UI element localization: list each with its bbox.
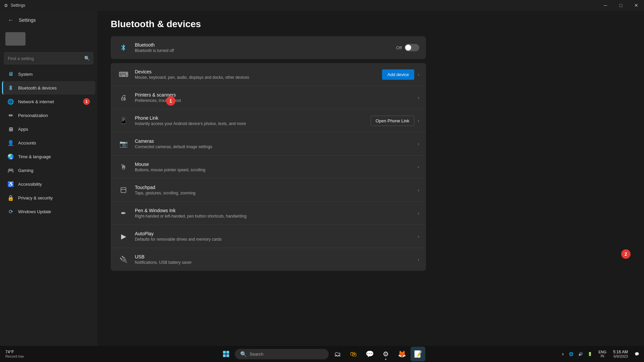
usb-setting-title: USB bbox=[135, 254, 418, 259]
cameras-setting-title: Cameras bbox=[135, 138, 418, 144]
touchpad-setting-subtitle: Taps, gestures, scrolling, zooming bbox=[135, 191, 418, 195]
devices-setting-icon: ⌨ bbox=[117, 68, 129, 80]
printers-setting-icon: 🖨 bbox=[117, 92, 129, 104]
open-phone-link-button[interactable]: Open Phone Link bbox=[371, 116, 414, 126]
nav-list: 🖥 System Bluetooth & devices 🌐 Network &… bbox=[0, 67, 97, 219]
mouse-setting-icon: 🖱 bbox=[117, 161, 129, 173]
autoplay-setting-title: AutoPlay bbox=[135, 231, 418, 236]
usb-setting-icon: 🔌 bbox=[117, 253, 129, 265]
taskbar-fileexplorer-icon[interactable]: 🗂 bbox=[330, 347, 345, 361]
devices-setting[interactable]: ⌨ Devices Mouse, keyboard, pen, audio, d… bbox=[111, 63, 426, 86]
cameras-setting-text: Cameras Connected cameras, default image… bbox=[135, 138, 418, 149]
touchpad-action: › bbox=[418, 187, 419, 193]
cameras-setting-icon: 📷 bbox=[117, 138, 129, 150]
sidebar-item-label: Apps bbox=[18, 127, 28, 132]
bluetooth-group: Bluetooth Bluetooth is turned off Off bbox=[111, 36, 426, 59]
sidebar-item-label: Network & internet bbox=[18, 99, 54, 104]
sidebar-item-label: Gaming bbox=[18, 168, 34, 173]
language-display[interactable]: ENG IN bbox=[596, 347, 608, 361]
personalization-icon: ✏ bbox=[7, 112, 14, 119]
sidebar-item-network[interactable]: 🌐 Network & internet 1 bbox=[2, 95, 95, 108]
title-bar-controls: ─ □ ✕ bbox=[598, 0, 644, 11]
sidebar-item-update[interactable]: ⟳ Windows Update bbox=[2, 205, 95, 218]
autoplay-action: › bbox=[418, 234, 419, 239]
sidebar-item-bluetooth[interactable]: Bluetooth & devices bbox=[2, 81, 95, 95]
taskbar-teams-icon[interactable]: 💬 bbox=[362, 347, 377, 361]
bluetooth-setting[interactable]: Bluetooth Bluetooth is turned off Off bbox=[111, 36, 426, 59]
devices-chevron-icon: › bbox=[418, 72, 419, 77]
phonelink-setting-subtitle: Instantly access your Android device's p… bbox=[135, 121, 371, 126]
gaming-icon: 🎮 bbox=[7, 167, 14, 174]
devices-group: ⌨ Devices Mouse, keyboard, pen, audio, d… bbox=[111, 63, 426, 271]
sidebar-profile bbox=[0, 28, 97, 50]
sidebar-item-accounts[interactable]: 👤 Accounts bbox=[2, 136, 95, 149]
close-button[interactable]: ✕ bbox=[629, 0, 644, 11]
printers-setting-title: Printers & scanners bbox=[135, 92, 418, 98]
mouse-setting[interactable]: 🖱 Mouse Buttons, mouse pointer speed, sc… bbox=[111, 155, 426, 178]
maximize-button[interactable]: □ bbox=[613, 0, 629, 11]
autoplay-setting[interactable]: ▶ AutoPlay Defaults for removable drives… bbox=[111, 225, 426, 248]
touchpad-setting-text: Touchpad Taps, gestures, scrolling, zoom… bbox=[135, 185, 418, 195]
cameras-chevron-icon: › bbox=[418, 141, 419, 146]
autoplay-chevron-icon: › bbox=[418, 234, 419, 239]
taskbar-search-bar[interactable]: 🔍 Search bbox=[235, 349, 329, 359]
bluetooth-setting-text: Bluetooth Bluetooth is turned off bbox=[135, 42, 396, 53]
title-bar-title: Settings bbox=[11, 3, 25, 8]
tray-network-icon[interactable]: 🌐 bbox=[567, 347, 576, 361]
search-input[interactable] bbox=[4, 52, 93, 64]
phonelink-setting-icon: 📱 bbox=[117, 115, 129, 127]
sidebar-item-personalization[interactable]: ✏ Personalization bbox=[2, 109, 95, 122]
penink-chevron-icon: › bbox=[418, 210, 419, 216]
language-text: ENG bbox=[598, 350, 606, 354]
time-display[interactable]: 5:16 AM 6/9/2023 bbox=[610, 348, 631, 360]
taskbar-browser-icon[interactable]: 🦊 bbox=[394, 347, 409, 361]
temperature-text: 74°F bbox=[5, 350, 14, 354]
cameras-setting-subtitle: Connected cameras, default image setting… bbox=[135, 144, 418, 149]
phonelink-setting[interactable]: 📱 Phone Link Instantly access your Andro… bbox=[111, 109, 426, 132]
bluetooth-toggle[interactable] bbox=[405, 44, 419, 51]
start-button[interactable] bbox=[219, 347, 233, 361]
mouse-setting-text: Mouse Buttons, mouse pointer speed, scro… bbox=[135, 162, 418, 172]
sidebar-item-privacy[interactable]: 🔒 Privacy & security bbox=[2, 191, 95, 204]
toggle-off-label: Off bbox=[396, 45, 402, 50]
tray-expand-button[interactable]: ∧ bbox=[559, 347, 566, 361]
sidebar-item-system[interactable]: 🖥 System bbox=[2, 67, 95, 81]
network-icon: 🌐 bbox=[7, 98, 14, 105]
svg-rect-3 bbox=[226, 351, 229, 354]
sidebar-item-apps[interactable]: ⊞ Apps bbox=[2, 122, 95, 136]
notifications-button[interactable]: 💬 bbox=[633, 347, 641, 361]
sidebar-item-time[interactable]: 🌏 Time & language bbox=[2, 150, 95, 163]
penink-action: › bbox=[418, 210, 419, 216]
taskbar-settings-icon[interactable]: ⚙ bbox=[378, 347, 393, 361]
app-body: ← Settings 🔍 🖥 System Bluetooth & device… bbox=[0, 11, 644, 346]
search-icon: 🔍 bbox=[84, 56, 90, 61]
back-button[interactable]: ← bbox=[5, 15, 16, 25]
usb-action: › bbox=[418, 257, 419, 262]
title-bar: ⚙ Settings ─ □ ✕ bbox=[0, 0, 644, 11]
sidebar-item-accessibility[interactable]: ♿ Accessibility bbox=[2, 177, 95, 191]
sidebar-item-label: Personalization bbox=[18, 113, 48, 118]
weather-display[interactable]: 74°F Record low bbox=[3, 348, 26, 360]
sidebar-search-container: 🔍 bbox=[4, 52, 93, 64]
devices-setting-subtitle: Mouse, keyboard, pen, audio, displays an… bbox=[135, 75, 382, 80]
cameras-setting[interactable]: 📷 Cameras Connected cameras, default ima… bbox=[111, 132, 426, 155]
bluetooth-setting-subtitle: Bluetooth is turned off bbox=[135, 48, 396, 53]
tray-sound-icon[interactable]: 🔊 bbox=[576, 347, 585, 361]
language-sub: IN bbox=[601, 354, 604, 358]
tray-battery-icon[interactable]: 🔋 bbox=[586, 347, 594, 361]
usb-setting[interactable]: 🔌 USB Notifications, USB battery saver › bbox=[111, 248, 426, 271]
penink-setting[interactable]: ✒ Pen & Windows Ink Right-handed or left… bbox=[111, 201, 426, 225]
settings-title-icon: ⚙ bbox=[4, 3, 8, 8]
privacy-icon: 🔒 bbox=[7, 194, 14, 201]
add-device-button[interactable]: Add device bbox=[382, 69, 414, 80]
devices-setting-title: Devices bbox=[135, 69, 382, 74]
mouse-action: › bbox=[418, 164, 419, 170]
system-tray: ∧ 🌐 🔊 🔋 bbox=[559, 347, 594, 361]
taskbar-store-icon[interactable]: 🛍 bbox=[346, 347, 361, 361]
printers-setting[interactable]: 🖨 Printers & scanners Preferences, troub… bbox=[111, 86, 426, 109]
usb-setting-text: USB Notifications, USB battery saver bbox=[135, 254, 418, 265]
touchpad-setting[interactable]: Touchpad Taps, gestures, scrolling, zoom… bbox=[111, 178, 426, 201]
minimize-button[interactable]: ─ bbox=[598, 0, 613, 11]
taskbar-notes-icon[interactable]: 📝 bbox=[411, 347, 425, 361]
sidebar-item-gaming[interactable]: 🎮 Gaming bbox=[2, 164, 95, 177]
